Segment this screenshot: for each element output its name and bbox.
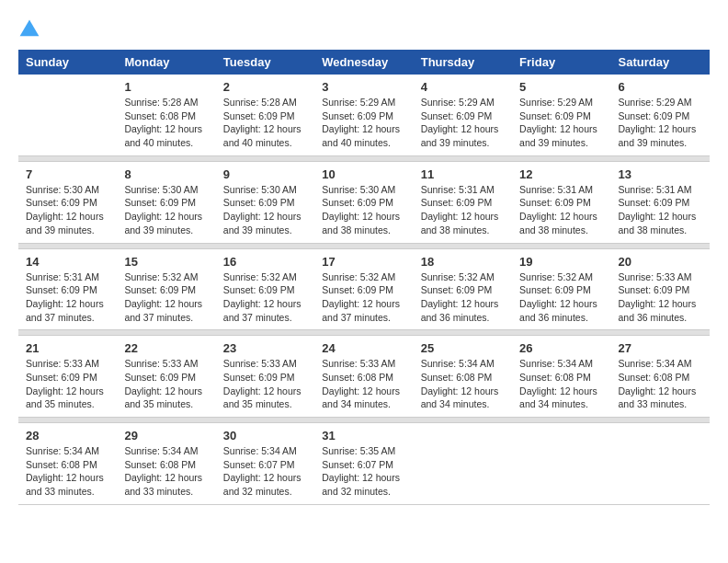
calendar-cell: 8Sunrise: 5:30 AMSunset: 6:09 PMDaylight… [117, 161, 215, 243]
cell-content-line: and 39 minutes. [223, 224, 307, 237]
calendar-cell: 29Sunrise: 5:34 AMSunset: 6:08 PMDayligh… [117, 423, 215, 505]
cell-content-line: Sunset: 6:08 PM [124, 458, 208, 472]
cell-content-line: Sunrise: 5:33 AM [223, 357, 307, 371]
cell-content-line: and 36 minutes. [519, 311, 603, 325]
cell-content-line: and 37 minutes. [223, 311, 307, 325]
logo [18, 18, 44, 40]
cell-content-line: and 35 minutes. [124, 397, 208, 411]
cell-content-line: Sunrise: 5:32 AM [223, 270, 307, 284]
cell-content-line: Sunset: 6:09 PM [322, 109, 405, 123]
cell-content-line: Sunset: 6:09 PM [223, 283, 307, 297]
cell-content-line: Sunrise: 5:30 AM [26, 183, 109, 197]
cell-content-line: Sunset: 6:08 PM [322, 371, 405, 385]
day-number: 11 [421, 167, 505, 181]
cell-content-line: Daylight: 12 hours [223, 385, 307, 398]
day-number: 15 [124, 255, 208, 269]
cell-content-line: and 33 minutes. [124, 485, 208, 499]
cell-content-line: Daylight: 12 hours [619, 385, 702, 398]
calendar-cell: 5Sunrise: 5:29 AMSunset: 6:09 PMDaylight… [512, 75, 610, 155]
cell-content-line: and 34 minutes. [322, 397, 405, 411]
day-number: 25 [421, 341, 505, 355]
cell-content-line: Daylight: 12 hours [26, 297, 109, 311]
calendar-header-sunday: Sunday [18, 50, 117, 75]
cell-content-line: Sunset: 6:09 PM [322, 196, 405, 210]
day-number: 21 [26, 341, 109, 355]
calendar-cell: 10Sunrise: 5:30 AMSunset: 6:09 PMDayligh… [314, 161, 413, 243]
svg-marker-0 [20, 20, 40, 37]
cell-content-line: Daylight: 12 hours [26, 210, 109, 224]
cell-content-line: Sunset: 6:09 PM [421, 283, 505, 297]
cell-content-line: Sunset: 6:08 PM [124, 109, 208, 123]
cell-content-line: Sunrise: 5:33 AM [124, 357, 208, 371]
cell-content-line: and 37 minutes. [322, 311, 405, 325]
calendar-cell [611, 423, 710, 505]
calendar-cell: 20Sunrise: 5:33 AMSunset: 6:09 PMDayligh… [611, 248, 710, 330]
calendar-cell: 12Sunrise: 5:31 AMSunset: 6:09 PMDayligh… [512, 161, 610, 243]
calendar-cell: 21Sunrise: 5:33 AMSunset: 6:09 PMDayligh… [18, 336, 117, 418]
cell-content-line: Sunset: 6:09 PM [124, 196, 208, 210]
cell-content-line: Sunrise: 5:34 AM [421, 357, 505, 371]
calendar-header-monday: Monday [117, 50, 215, 75]
cell-content-line: and 33 minutes. [26, 485, 109, 499]
cell-content-line: Sunrise: 5:28 AM [223, 96, 307, 109]
cell-content-line: Daylight: 12 hours [519, 210, 603, 224]
day-number: 5 [519, 80, 603, 94]
day-number: 12 [519, 167, 603, 181]
cell-content-line: Daylight: 12 hours [26, 385, 109, 398]
cell-content-line: and 39 minutes. [421, 136, 505, 150]
calendar-cell [512, 423, 610, 505]
day-number: 2 [223, 80, 307, 94]
cell-content-line: Sunrise: 5:29 AM [519, 96, 603, 109]
day-number: 6 [619, 80, 702, 94]
day-number: 23 [223, 341, 307, 355]
logo-icon [18, 18, 40, 40]
calendar-cell: 7Sunrise: 5:30 AMSunset: 6:09 PMDaylight… [18, 161, 117, 243]
day-number: 28 [26, 429, 109, 442]
cell-content-line: and 38 minutes. [619, 224, 702, 237]
calendar-week-row: 1Sunrise: 5:28 AMSunset: 6:08 PMDaylight… [18, 75, 710, 155]
cell-content-line: Daylight: 12 hours [124, 297, 208, 311]
day-number: 22 [124, 341, 208, 355]
calendar-cell [414, 423, 512, 505]
calendar-cell [18, 75, 117, 155]
cell-content-line: Sunrise: 5:30 AM [322, 183, 405, 197]
calendar-header-wednesday: Wednesday [314, 50, 413, 75]
cell-content-line: and 32 minutes. [322, 485, 405, 499]
calendar-cell: 6Sunrise: 5:29 AMSunset: 6:09 PMDaylight… [611, 75, 710, 155]
calendar-cell: 9Sunrise: 5:30 AMSunset: 6:09 PMDaylight… [216, 161, 314, 243]
day-number: 1 [124, 80, 208, 94]
cell-content-line: and 39 minutes. [519, 136, 603, 150]
cell-content-line: and 36 minutes. [619, 311, 702, 325]
cell-content-line: Daylight: 12 hours [223, 122, 307, 136]
calendar-cell: 27Sunrise: 5:34 AMSunset: 6:08 PMDayligh… [611, 336, 710, 418]
cell-content-line: Daylight: 12 hours [421, 210, 505, 224]
cell-content-line: Sunrise: 5:34 AM [619, 357, 702, 371]
cell-content-line: Sunset: 6:09 PM [519, 283, 603, 297]
calendar-cell: 24Sunrise: 5:33 AMSunset: 6:08 PMDayligh… [314, 336, 413, 418]
cell-content-line: Daylight: 12 hours [519, 297, 603, 311]
cell-content-line: Sunrise: 5:31 AM [421, 183, 505, 197]
cell-content-line: Sunset: 6:07 PM [322, 458, 405, 472]
cell-content-line: and 37 minutes. [26, 311, 109, 325]
cell-content-line: Sunrise: 5:32 AM [421, 270, 505, 284]
cell-content-line: Daylight: 12 hours [619, 122, 702, 136]
cell-content-line: Sunrise: 5:31 AM [619, 183, 702, 197]
calendar-header-thursday: Thursday [414, 50, 512, 75]
cell-content-line: Daylight: 12 hours [519, 385, 603, 398]
calendar-cell: 26Sunrise: 5:34 AMSunset: 6:08 PMDayligh… [512, 336, 610, 418]
day-number: 16 [223, 255, 307, 269]
calendar-cell: 16Sunrise: 5:32 AMSunset: 6:09 PMDayligh… [216, 248, 314, 330]
cell-content-line: and 40 minutes. [223, 136, 307, 150]
calendar-week-row: 7Sunrise: 5:30 AMSunset: 6:09 PMDaylight… [18, 161, 710, 243]
cell-content-line: and 32 minutes. [223, 485, 307, 499]
cell-content-line: Sunrise: 5:33 AM [619, 270, 702, 284]
calendar-cell: 31Sunrise: 5:35 AMSunset: 6:07 PMDayligh… [314, 423, 413, 505]
cell-content-line: Daylight: 12 hours [124, 210, 208, 224]
cell-content-line: Sunrise: 5:32 AM [322, 270, 405, 284]
cell-content-line: Sunset: 6:09 PM [519, 196, 603, 210]
cell-content-line: Sunset: 6:09 PM [124, 283, 208, 297]
day-number: 31 [322, 429, 405, 442]
day-number: 20 [619, 255, 702, 269]
day-number: 18 [421, 255, 505, 269]
day-number: 27 [619, 341, 702, 355]
